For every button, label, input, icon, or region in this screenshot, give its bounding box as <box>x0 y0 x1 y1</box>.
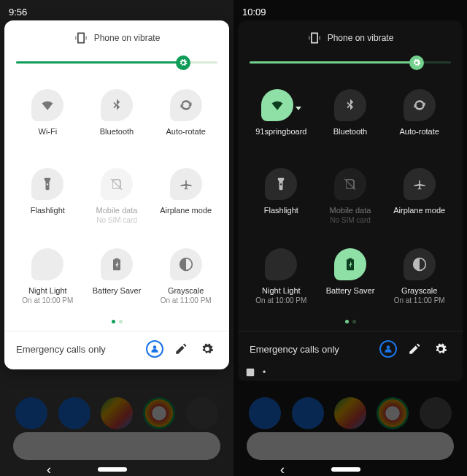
auto-rotate-icon <box>170 89 202 121</box>
nav-bar: ‹ <box>0 463 234 476</box>
qs-tile-sublabel: No SIM card <box>96 216 137 225</box>
play-store-app-icon <box>334 397 366 429</box>
vibrate-icon <box>307 31 322 45</box>
flashlight-icon <box>31 168 63 200</box>
qs-tile-sublabel: On at 10:00 PM <box>22 296 73 305</box>
home-dock <box>0 397 234 429</box>
edit-tiles-button[interactable] <box>404 339 425 359</box>
play-store-app-icon <box>101 397 133 429</box>
qs-tile-label: Grayscale <box>401 286 438 296</box>
home-pill[interactable] <box>98 467 127 472</box>
qs-tile-sublabel: On at 11:00 PM <box>161 296 212 305</box>
qs-tile-nightlight[interactable]: Night Light On at 10:00 PM <box>15 248 81 305</box>
brightness-slider[interactable] <box>16 53 217 73</box>
google-search-bar <box>13 432 220 460</box>
qs-tile-label: Airplane mode <box>160 206 212 215</box>
chrome-app-icon <box>143 397 175 429</box>
ringer-mode-label: Phone on vibrate <box>94 33 161 43</box>
brightness-slider[interactable] <box>250 53 451 73</box>
qs-tile-airplane[interactable]: Airplane mode <box>153 168 219 225</box>
ringer-mode-row[interactable]: Phone on vibrate <box>12 31 222 45</box>
settings-button[interactable] <box>197 339 217 359</box>
home-pill[interactable] <box>331 467 360 472</box>
settings-button[interactable] <box>431 339 451 359</box>
status-bar: 10:09 <box>234 0 467 20</box>
ringer-mode-label: Phone on vibrate <box>328 33 394 43</box>
home-dock <box>234 397 467 429</box>
status-bar: 9:56 <box>0 0 234 20</box>
page-indicator <box>245 320 455 323</box>
quick-settings-panel: Phone on vibrate Wi-Fi Bluetooth <box>4 20 229 369</box>
camera-app-icon <box>186 397 218 429</box>
brightness-thumb[interactable] <box>409 55 424 70</box>
vibrate-icon <box>74 31 88 45</box>
qs-tile-label: Airplane mode <box>393 206 445 215</box>
messages-app-icon <box>292 397 324 429</box>
qs-tile-label: Grayscale <box>168 286 204 296</box>
qs-tile-bluetooth[interactable]: Bluetooth <box>317 89 384 145</box>
grayscale-icon <box>404 248 436 280</box>
bluetooth-icon <box>101 89 133 121</box>
phone-app-icon <box>249 397 281 429</box>
qs-tile-label: Flashlight <box>264 206 298 215</box>
qs-tile-grid: Wi-Fi Bluetooth Auto-rotate Flashli <box>12 86 222 310</box>
back-button[interactable]: ‹ <box>47 462 51 477</box>
svg-point-1 <box>153 345 157 349</box>
battery-saver-icon <box>334 248 366 280</box>
ringer-mode-row[interactable]: Phone on vibrate <box>245 31 455 45</box>
page-dot <box>112 320 115 323</box>
svg-rect-4 <box>247 369 255 377</box>
qs-footer: Emergency calls only <box>12 331 222 364</box>
qs-tile-wifi[interactable]: 91springboard <box>248 89 314 145</box>
qs-tile-flashlight[interactable]: Flashlight <box>248 168 314 225</box>
qs-tile-wifi[interactable]: Wi-Fi <box>15 89 81 145</box>
user-switch-button[interactable] <box>144 339 165 359</box>
dot-icon: • <box>263 367 266 377</box>
bluetooth-icon <box>334 89 366 121</box>
airplane-icon <box>404 168 436 200</box>
grayscale-icon <box>170 248 202 280</box>
qs-tile-mobiledata[interactable]: Mobile data No SIM card <box>317 168 384 225</box>
qs-tile-battery[interactable]: Battery Saver <box>84 248 150 305</box>
sim-off-icon <box>101 168 133 200</box>
back-button[interactable]: ‹ <box>280 462 285 477</box>
messages-app-icon <box>58 397 90 429</box>
qs-tile-label: Wi-Fi <box>39 127 58 137</box>
qs-tile-flashlight[interactable]: Flashlight <box>15 168 81 225</box>
page-dot <box>345 320 349 323</box>
qs-tile-battery[interactable]: Battery Saver <box>317 248 384 305</box>
wifi-icon <box>261 89 293 121</box>
qs-tile-label: Mobile data <box>330 206 371 215</box>
qs-tile-autorotate[interactable]: Auto-rotate <box>153 89 219 145</box>
qs-tile-mobiledata[interactable]: Mobile data No SIM card <box>84 168 150 225</box>
qs-tile-label: Bluetooth <box>333 127 367 137</box>
page-dot <box>352 320 356 323</box>
network-status: Emergency calls only <box>250 344 339 355</box>
brightness-fill <box>16 61 183 64</box>
brightness-thumb[interactable] <box>176 55 190 70</box>
user-switch-button[interactable] <box>378 339 398 359</box>
qs-tile-nightlight[interactable]: Night Light On at 10:00 PM <box>248 248 314 305</box>
qs-tile-grid: 91springboard Bluetooth Auto-rotate <box>245 86 455 310</box>
qs-tile-label: Battery Saver <box>93 286 142 296</box>
night-light-icon <box>31 248 63 280</box>
edit-tiles-button[interactable] <box>171 339 191 359</box>
qs-tile-grayscale[interactable]: Grayscale On at 11:00 PM <box>153 248 219 305</box>
airplane-icon <box>170 168 202 200</box>
notification-row[interactable]: • <box>238 364 463 381</box>
wifi-icon <box>31 89 63 121</box>
phone-app-icon <box>15 397 47 429</box>
qs-tile-label: Night Light <box>28 286 67 296</box>
qs-tile-sublabel: On at 11:00 PM <box>394 296 445 305</box>
sim-off-icon <box>334 168 366 200</box>
qs-tile-grayscale[interactable]: Grayscale On at 11:00 PM <box>386 248 452 305</box>
battery-saver-icon <box>101 248 133 280</box>
qs-tile-label: Auto-rotate <box>166 127 205 137</box>
image-icon <box>245 367 255 377</box>
qs-tile-bluetooth[interactable]: Bluetooth <box>84 89 150 145</box>
nav-bar: ‹ <box>234 463 467 476</box>
page-indicator <box>12 320 222 323</box>
qs-tile-autorotate[interactable]: Auto-rotate <box>386 89 452 145</box>
qs-tile-sublabel: No SIM card <box>330 216 371 225</box>
qs-tile-airplane[interactable]: Airplane mode <box>386 168 452 225</box>
